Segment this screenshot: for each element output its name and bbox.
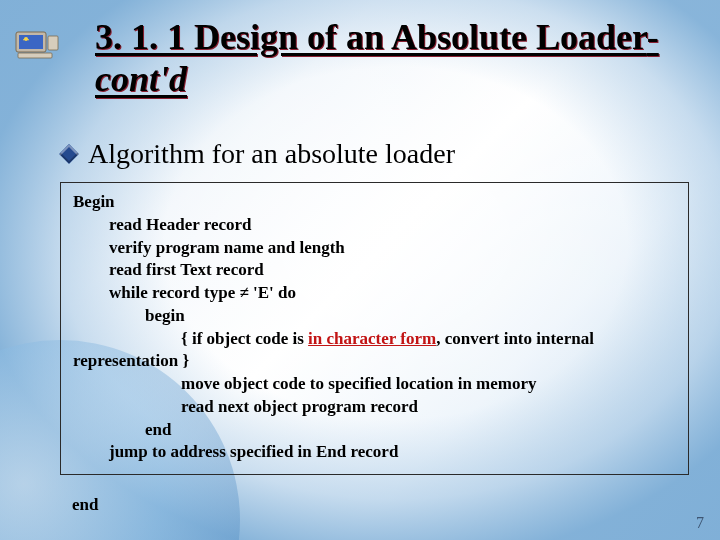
algo-text: , convert into internal	[436, 329, 594, 348]
svg-rect-4	[48, 36, 58, 50]
algo-line: read Header record	[73, 214, 676, 237]
slide-title: 3. 1. 1 Design of an Absolute Loader-con…	[95, 16, 690, 101]
subhead-row: Algorithm for an absolute loader	[62, 138, 455, 170]
algo-text: while record type	[109, 283, 239, 302]
algo-line: read first Text record	[73, 259, 676, 282]
page-number: 7	[696, 514, 704, 532]
algo-line: verify program name and length	[73, 237, 676, 260]
algo-line: representation }	[73, 350, 676, 373]
algo-end: end	[72, 495, 98, 515]
algo-line: read next object program record	[73, 396, 676, 419]
algo-line: while record type ≠ 'E' do	[73, 282, 676, 305]
svg-rect-3	[18, 53, 52, 58]
slide: 3. 1. 1 Design of an Absolute Loader-con…	[0, 0, 720, 540]
title-dash: -	[647, 17, 659, 57]
title-contd: cont'd	[95, 59, 187, 99]
algo-text: 'E' do	[249, 283, 296, 302]
algo-highlight: in character form	[308, 329, 436, 348]
algo-line: end	[73, 419, 676, 442]
algorithm-box: Begin read Header record verify program …	[60, 182, 689, 475]
algo-text: { if object code is	[181, 329, 308, 348]
algo-line: Begin	[73, 191, 676, 214]
algo-line: { if object code is in character form, c…	[73, 328, 676, 351]
diamond-bullet-icon	[59, 144, 79, 164]
algo-line: jump to address specified in End record	[73, 441, 676, 464]
not-equal-icon: ≠	[239, 283, 248, 302]
svg-rect-1	[19, 35, 43, 49]
computer-icon	[14, 26, 60, 60]
subhead-text: Algorithm for an absolute loader	[88, 138, 455, 170]
title-main: 3. 1. 1 Design of an Absolute Loader	[95, 17, 647, 57]
algo-line: move object code to specified location i…	[73, 373, 676, 396]
algo-line: begin	[73, 305, 676, 328]
